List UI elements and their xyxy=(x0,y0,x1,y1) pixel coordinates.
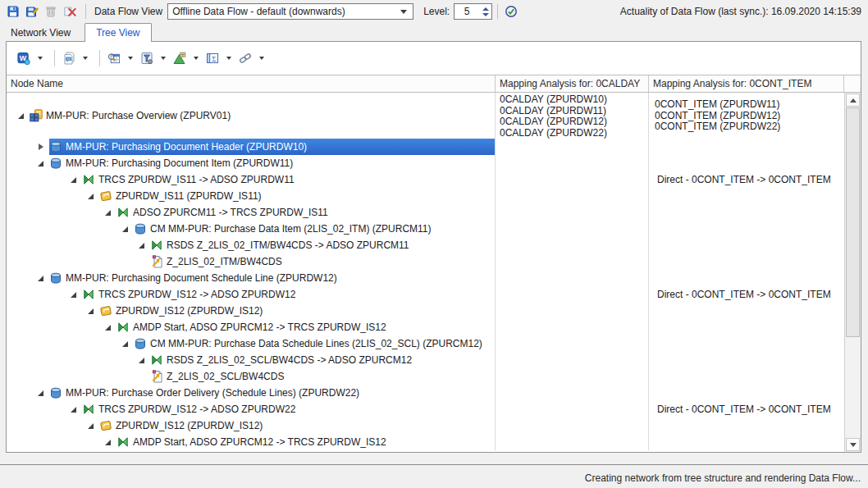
tree-node[interactable]: MM-PUR: Purchase Order Delivery (Schedul… xyxy=(49,385,495,401)
collapse-arrow-icon[interactable] xyxy=(38,390,49,396)
tree-row[interactable]: Z_2LIS_02_SCL/BW4CDS xyxy=(7,368,844,385)
collapse-arrow-icon[interactable] xyxy=(71,177,82,183)
level-spinner[interactable]: 5 xyxy=(454,3,492,20)
collapse-arrow-icon[interactable] xyxy=(105,210,116,216)
tree-node[interactable]: ZPURDW_IS12 (ZPURDW_IS12) xyxy=(99,303,495,319)
collapse-arrow-icon[interactable] xyxy=(139,243,150,249)
isource-icon xyxy=(99,304,112,317)
tree-node[interactable]: AMDP Start, ADSO ZPURCM12 -> TRCS ZPURDW… xyxy=(116,434,495,450)
dropdown-caret-icon[interactable] xyxy=(259,57,264,60)
mapping-calday-cell xyxy=(496,286,649,303)
tree-row[interactable]: TRCS ZPURDW_IS12 -> ADSO ZPURDW12Direct … xyxy=(7,286,844,303)
mapping-cont-item-cell xyxy=(649,303,844,319)
dropdown-caret-icon[interactable] xyxy=(194,57,199,60)
tree-row[interactable]: MM-PUR: Purchasing Document Item (ZPURDW… xyxy=(7,155,844,171)
trash-button[interactable] xyxy=(43,2,62,21)
tab-tree-view[interactable]: Tree View xyxy=(85,23,151,42)
tree-node[interactable]: CM MM-PUR: Purchase Data Item (2LIS_02_I… xyxy=(134,221,495,237)
tree-row[interactable]: MM-PUR: Purchase Overview (ZPURV01)0CALD… xyxy=(7,93,844,139)
toolbar-separator xyxy=(85,4,86,19)
tree-node[interactable]: ZPURDW_IS11 (ZPURDW_IS11) xyxy=(99,188,495,204)
collapse-arrow-icon[interactable] xyxy=(71,407,82,413)
scrollbar-thumb[interactable] xyxy=(846,107,860,337)
tree-node[interactable]: ADSO ZPURCM11 -> TRCS ZPURDW_IS11 xyxy=(116,204,495,221)
tree-row[interactable]: RSDS Z_2LIS_02_SCL/BW4CDS -> ADSO ZPURCM… xyxy=(7,352,844,368)
tree-node[interactable]: RSDS Z_2LIS_02_SCL/BW4CDS -> ADSO ZPURCM… xyxy=(150,352,495,368)
tree-node[interactable]: MM-PUR: Purchasing Document Schedule Lin… xyxy=(49,270,495,286)
table-sum-button[interactable]: Σ xyxy=(204,50,233,66)
tree-node-label: TRCS ZPURDW_IS12 -> ADSO ZPURDW12 xyxy=(98,289,295,300)
collapse-arrow-icon[interactable] xyxy=(122,341,134,347)
tree-row[interactable]: RSDS Z_2LIS_02_ITM/BW4CDS -> ADSO ZPURCM… xyxy=(7,237,844,253)
collapse-arrow-icon[interactable] xyxy=(18,113,30,119)
node-cell: ZPURDW_IS12 (ZPURDW_IS12) xyxy=(7,303,496,319)
tree-node[interactable]: TRCS ZPURDW_IS12 -> ADSO ZPURDW12 xyxy=(82,286,495,303)
column-header-mapping-calday[interactable]: Mapping Analysis for: 0CALDAY xyxy=(496,75,649,92)
vertical-scrollbar[interactable] xyxy=(844,93,861,452)
collapse-arrow-icon[interactable] xyxy=(88,423,99,429)
scroll-down-button[interactable] xyxy=(846,438,860,451)
tree-row[interactable]: CM MM-PUR: Purchase Data Schedule Lines … xyxy=(7,335,844,352)
collapse-arrow-icon[interactable] xyxy=(105,440,116,445)
tree-node[interactable]: Z_2LIS_02_ITM/BW4CDS xyxy=(150,253,495,270)
collapse-arrow-icon[interactable] xyxy=(38,276,49,281)
sync-check-button[interactable] xyxy=(503,2,522,21)
tree-row[interactable]: AMDP Start, ADSO ZPURCM12 -> TRCS ZPURDW… xyxy=(7,434,844,450)
dropdown-caret-icon[interactable] xyxy=(161,57,166,60)
collapse-arrow-icon[interactable] xyxy=(139,358,150,363)
dropdown-caret-icon[interactable] xyxy=(83,57,88,60)
tree-node[interactable]: AMDP Start, ADSO ZPURCM12 -> TRCS ZPURDW… xyxy=(116,319,495,335)
chevron-down-icon[interactable] xyxy=(400,10,407,14)
column-header-mapping-cont-item[interactable]: Mapping Analysis for: 0CONT_ITEM xyxy=(649,75,844,92)
expand-arrow-icon[interactable] xyxy=(38,144,49,150)
tree-node[interactable]: Z_2LIS_02_SCL/BW4CDS xyxy=(150,368,495,385)
trfn-icon xyxy=(116,206,130,219)
collapse-arrow-icon[interactable] xyxy=(88,194,99,199)
collapse-arrow-icon[interactable] xyxy=(88,308,99,314)
save-button[interactable] xyxy=(5,2,24,21)
word-export-button[interactable]: W xyxy=(16,50,44,66)
tree-row[interactable]: ADSO ZPURCM11 -> TRCS ZPURDW_IS11 xyxy=(7,204,844,221)
collapse-arrow-icon[interactable] xyxy=(71,292,82,298)
delete-data-flow-button[interactable] xyxy=(62,2,80,21)
dropdown-caret-icon[interactable] xyxy=(128,57,133,60)
mapping-calday-cell xyxy=(496,139,649,155)
spinner-down-icon[interactable] xyxy=(482,13,489,16)
collapse-arrow-icon[interactable] xyxy=(122,226,134,232)
tree-row[interactable]: TRCS ZPURDW_IS12 -> ADSO ZPURDW22Direct … xyxy=(7,401,844,417)
filter-page-button[interactable] xyxy=(139,50,167,66)
column-header-node-name[interactable]: Node Name xyxy=(7,75,496,92)
tree-node[interactable]: TRCS ZPURDW_IS12 -> ADSO ZPURDW22 xyxy=(82,401,495,417)
hierarchy-triangle-button[interactable] xyxy=(171,50,200,66)
tree-row[interactable]: ZPURDW_IS12 (ZPURDW_IS12) xyxy=(7,417,844,434)
mapping-cont-item-cell xyxy=(649,270,844,286)
tree-row[interactable]: ZPURDW_IS12 (ZPURDW_IS12) xyxy=(7,303,844,319)
comment-document-button[interactable] xyxy=(61,50,89,66)
tree-row[interactable]: CM MM-PUR: Purchase Data Item (2LIS_02_I… xyxy=(7,221,844,237)
link-button[interactable] xyxy=(237,50,266,66)
tree-node[interactable]: MM-PUR: Purchase Overview (ZPURV01) xyxy=(30,93,495,139)
tree-row[interactable]: AMDP Start, ADSO ZPURCM12 -> TRCS ZPURDW… xyxy=(7,319,844,335)
dropdown-caret-icon[interactable] xyxy=(226,57,231,60)
tree-row[interactable]: MM-PUR: Purchasing Document Header (ZPUR… xyxy=(7,139,844,155)
tree-node[interactable]: ZPURDW_IS12 (ZPURDW_IS12) xyxy=(99,417,495,434)
tree-row[interactable]: TRCS ZPURDW_IS11 -> ADSO ZPURDW11Direct … xyxy=(7,171,844,188)
tree-node[interactable]: MM-PUR: Purchasing Document Item (ZPURDW… xyxy=(49,155,495,171)
tree-node[interactable]: CM MM-PUR: Purchase Data Schedule Lines … xyxy=(134,335,495,352)
dropdown-caret-icon[interactable] xyxy=(38,57,43,60)
scroll-up-button[interactable] xyxy=(846,93,860,107)
tree-row[interactable]: MM-PUR: Purchase Order Delivery (Schedul… xyxy=(7,385,844,401)
tab-network-view[interactable]: Network View xyxy=(0,25,81,42)
tree-node[interactable]: RSDS Z_2LIS_02_ITM/BW4CDS -> ADSO ZPURCM… xyxy=(150,237,495,253)
tree-row[interactable]: ZPURDW_IS11 (ZPURDW_IS11) xyxy=(7,188,844,204)
collapse-arrow-icon[interactable] xyxy=(38,161,49,166)
save-as-button[interactable] xyxy=(24,2,43,21)
collapse-arrow-icon[interactable] xyxy=(105,325,116,331)
table-search-button[interactable] xyxy=(106,50,135,66)
tree-row[interactable]: Z_2LIS_02_ITM/BW4CDS xyxy=(7,253,844,270)
data-flow-select[interactable]: Offline Data Flow - default (downwards) xyxy=(167,3,413,20)
tree-node[interactable]: TRCS ZPURDW_IS11 -> ADSO ZPURDW11 xyxy=(82,171,495,188)
spinner-up-icon[interactable] xyxy=(482,7,489,11)
tree-node-selected[interactable]: MM-PUR: Purchasing Document Header (ZPUR… xyxy=(49,139,495,155)
tree-row[interactable]: MM-PUR: Purchasing Document Schedule Lin… xyxy=(7,270,844,286)
